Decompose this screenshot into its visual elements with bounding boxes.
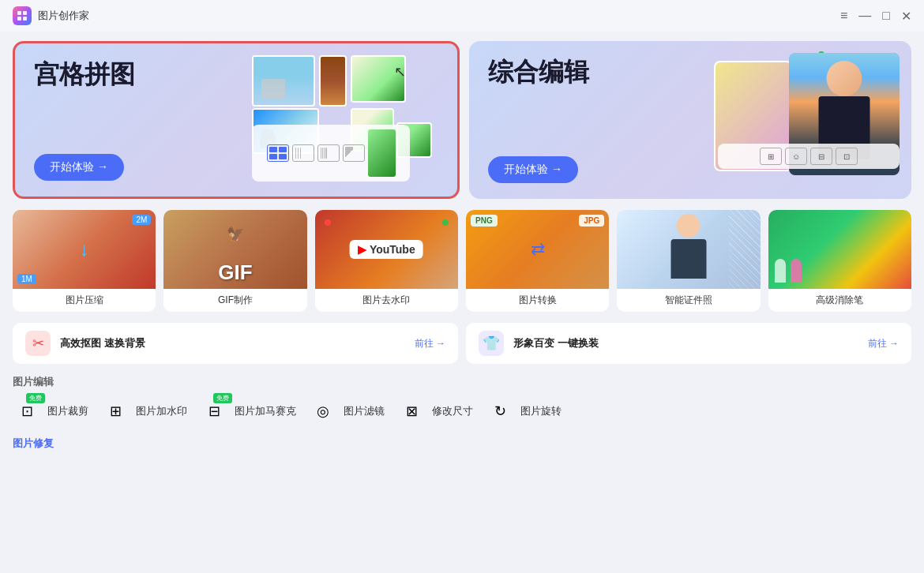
convert-badges: PNG JPG [466,210,609,231]
youtube-badge: ▶ YouTube [350,240,423,259]
feature-label-convert: 图片转换 [466,289,609,312]
tool-icon-resize: ⊠ [397,397,426,425]
feature-img-convert: PNG JPG ⇄ [466,210,609,289]
layout-3col[interactable] [292,144,314,162]
edit-tool-grid[interactable]: ⊞ [760,148,782,165]
svg-rect-3 [23,17,27,21]
feature-eraser[interactable]: 高级消除笔 [768,210,911,312]
rotate-icon: ↻ [494,403,506,420]
section-title-repair: 图片修复 [13,436,911,451]
tool-name-mosaic: 图片加马赛克 [235,404,296,418]
tool-rotate[interactable]: ↻ 图片旋转 [486,397,562,425]
hero-btn-edit[interactable]: 开始体验 → [488,156,578,183]
promo-icon-scissors: ✂ [25,331,51,356]
layout-2col[interactable] [267,144,289,162]
idphoto-body [670,239,706,279]
svg-rect-2 [17,17,21,21]
close-icon[interactable]: ✕ [901,9,911,24]
badge-jpg: JPG [579,215,604,227]
yt-text: YouTube [370,243,415,256]
feature-label-eraser: 高级消除笔 [768,289,911,312]
promo-text-cutout: 高效抠图 速换背景 [60,336,405,350]
feature-label-compress: 图片压缩 [13,289,156,312]
tool-name-watermark: 图片加水印 [136,404,187,418]
wm-dot-green [442,219,449,226]
free-badge-crop: 免费 [26,393,45,403]
preview-photo-book [319,55,347,107]
filter-icon: ◎ [317,403,329,420]
layout-diagonal[interactable] [343,144,365,162]
tool-resize[interactable]: ⊠ 修改尺寸 [397,397,473,425]
resize-icon: ⊠ [406,403,418,420]
idphoto-bg [729,210,761,289]
compress-badge-1m: 1M [17,274,36,284]
promo-outfit[interactable]: 👕 形象百变 一键换装 前往 → [466,323,911,364]
edit-tool-adjust[interactable]: ⊟ [810,148,832,165]
feature-watermark[interactable]: ▶ YouTube 图片去水印 [315,210,458,312]
promo-cutout[interactable]: ✂ 高效抠图 速换背景 前往 → [13,323,458,364]
tool-icon-mosaic: ⊟ 免费 [200,397,228,425]
main-content: 宫格拼图 开始体验 → [0,32,924,460]
promo-text-outfit: 形象百变 一键换装 [513,336,858,350]
hero-btn-collage[interactable]: 开始体验 → [34,154,124,181]
tool-mosaic[interactable]: ⊟ 免费 图片加马赛克 [200,397,296,425]
tool-add-watermark[interactable]: ⊞ 图片加水印 [101,397,187,425]
layout-selector[interactable] [252,125,410,182]
watermark-add-icon: ⊞ [110,403,122,420]
eraser-figures [775,259,802,283]
app-icon [13,6,32,25]
yt-logo: ▶ [358,243,366,256]
maximize-icon[interactable]: □ [882,9,890,24]
tool-filter[interactable]: ◎ 图片滤镜 [309,397,385,425]
cursor-icon: ↖ [394,63,406,81]
minimize-icon[interactable]: — [858,9,871,24]
feature-label-idphoto: 智能证件照 [617,289,760,312]
feature-idphoto[interactable]: 智能证件照 [617,210,760,312]
feature-compress[interactable]: 2M ↓ 1M 图片压缩 [13,210,156,312]
svg-rect-0 [17,11,21,15]
window-controls[interactable]: ≡ — □ ✕ [840,9,911,24]
layout-4col[interactable] [317,144,340,162]
tool-name-resize: 修改尺寸 [432,404,473,418]
tool-crop[interactable]: ⊡ 免费 图片裁剪 [13,397,88,425]
promo-row: ✂ 高效抠图 速换背景 前往 → 👕 形象百变 一键换装 前往 → [13,323,911,364]
tool-name-crop: 图片裁剪 [47,404,88,418]
app-title-text: 图片创作家 [38,9,89,23]
preview-photo-sky [252,55,315,107]
hero-card-edit[interactable]: 综合编辑 开始体验 → [469,41,911,199]
tool-name-rotate: 图片旋转 [520,404,562,418]
menu-icon[interactable]: ≡ [840,9,847,24]
edit-preview: ⊞ ☺ ⊟ ⊡ [714,45,903,183]
collage-preview: ↖ [236,51,441,193]
tool-name-filter: 图片滤镜 [344,404,385,418]
hero-section: 宫格拼图 开始体验 → [13,41,911,199]
idphoto-person [667,214,710,281]
preview-thumb [368,129,396,177]
promo-link-cutout[interactable]: 前往 → [415,337,445,350]
titlebar-left: 图片创作家 [13,6,89,25]
promo-icon-shirt: 👕 [479,331,504,356]
section-title-edit: 图片编辑 [13,375,911,389]
tool-icon-crop: ⊡ 免费 [13,397,41,425]
feature-gif[interactable]: GIF 🦅 GIF制作 [163,210,306,312]
wm-dot-red [325,219,331,226]
tool-icon-filter: ◎ [309,397,337,425]
mosaic-icon: ⊟ [208,403,220,420]
feature-convert[interactable]: PNG JPG ⇄ 图片转换 [466,210,609,312]
edit-toolbar[interactable]: ⊞ ☺ ⊟ ⊡ [718,144,900,169]
edit-tool-frame[interactable]: ⊡ [836,148,858,165]
feature-img-compress: 2M ↓ 1M [13,210,156,289]
feature-img-idphoto [617,210,760,289]
feature-label-watermark: 图片去水印 [315,289,458,312]
convert-arrow-icon: ⇄ [531,239,545,260]
compress-badge-2m: 2M [132,215,151,225]
hero-card-collage[interactable]: 宫格拼图 开始体验 → [13,41,460,199]
feature-img-watermark: ▶ YouTube [315,210,458,289]
tool-icon-watermark: ⊞ [101,397,130,425]
promo-link-outfit[interactable]: 前往 → [868,337,899,350]
feature-img-gif: GIF 🦅 [163,210,306,289]
idphoto-head [677,214,701,238]
tool-icon-rotate: ↻ [486,397,514,425]
tools-row-edit: ⊡ 免费 图片裁剪 ⊞ 图片加水印 ⊟ 免费 图片加马赛克 ◎ 图片滤镜 [13,397,911,425]
edit-tool-person[interactable]: ☺ [785,148,807,165]
